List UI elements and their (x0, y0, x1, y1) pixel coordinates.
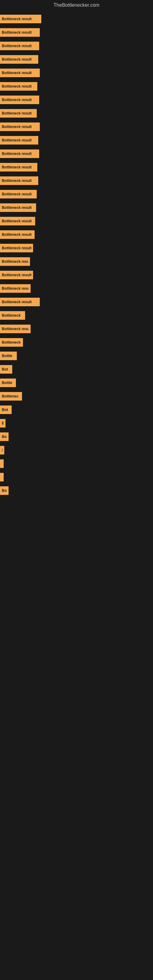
bars-container: Bottleneck resultBottleneck resultBottle… (0, 10, 153, 502)
bar-row: Bottleneck result (0, 148, 153, 159)
bar-label: Bot (2, 407, 8, 412)
bar-row: Bottleneck result (0, 94, 153, 105)
bottleneck-bar: Bottleneck (0, 311, 25, 320)
bar-row: Bottleneck result (0, 162, 153, 173)
bar-label: Bottleneck (2, 313, 21, 318)
bottleneck-bar: Bottleneck result (0, 271, 33, 279)
bottleneck-bar: Bot (0, 365, 12, 374)
bottleneck-bar: I (0, 460, 4, 468)
bar-row: Bottleneck result (0, 296, 153, 307)
bar-row: Bottleneck result (0, 283, 153, 294)
bar-label: Bo (2, 434, 7, 439)
bar-label: Bottleneck result (2, 84, 32, 89)
bottleneck-bar (0, 473, 4, 481)
bottleneck-bar: Bottle (0, 379, 16, 387)
bar-row: B (0, 418, 153, 429)
bar-label: Bottleneck result (2, 192, 32, 196)
bar-label: Bottleneck result (2, 178, 32, 183)
bar-label: Bo (2, 488, 7, 493)
bar-label: Bottleneck result (2, 138, 32, 142)
bottleneck-bar: Bottleneck result (0, 217, 35, 225)
bottleneck-bar: Bottlenec (0, 392, 22, 401)
bottleneck-bar: Bottleneck result (0, 163, 37, 172)
bar-row: Bottleneck result (0, 67, 153, 78)
bar-row: Bottleneck result (0, 13, 153, 24)
bottleneck-bar: B (0, 419, 5, 428)
bar-row: Bottleneck result (0, 54, 153, 65)
bar-label: Bottleneck result (2, 286, 29, 291)
bottleneck-bar: B (0, 446, 4, 455)
site-title: TheBottlenecker.com (0, 0, 153, 10)
bottleneck-bar: Bottleneck result (0, 177, 38, 185)
bottleneck-bar: Bottleneck (0, 338, 23, 347)
bottleneck-bar: Bottleneck result (0, 150, 39, 158)
bar-label: Bot (2, 367, 8, 371)
bottleneck-bar: Bottleneck result (0, 230, 35, 239)
bar-label: B (2, 421, 4, 425)
bar-label: Bottleneck result (2, 165, 32, 169)
bottleneck-bar: Bottleneck result (0, 284, 30, 293)
bar-row: Bottleneck result (0, 323, 153, 334)
bar-row: Bottleneck result (0, 229, 153, 240)
bar-label: Bottleneck result (2, 125, 32, 129)
bar-row: Bottleneck result (0, 269, 153, 280)
bar-label: Bottle (2, 381, 12, 385)
bar-row: Bottleneck result (0, 27, 153, 38)
bar-row: Bottleneck result (0, 216, 153, 227)
bar-row: Bo (0, 485, 153, 496)
bar-row: Bottleneck (0, 337, 153, 348)
bar-label: B (2, 448, 2, 452)
bar-row (0, 472, 153, 483)
bottleneck-bar: Bo (0, 433, 9, 441)
bar-row: Bo (0, 431, 153, 442)
bar-label: Bottleneck result (2, 232, 32, 237)
bar-label: Bottleneck result (2, 17, 32, 21)
bar-label: Bottleneck result (2, 44, 32, 48)
bottleneck-bar: Bottleneck result (0, 257, 30, 266)
bar-row: Bottleneck result (0, 40, 153, 51)
bar-row: B (0, 445, 153, 456)
bar-label: Bottleneck result (2, 219, 32, 223)
bar-row: Bottleneck result (0, 175, 153, 186)
bar-label: Bottlenec (2, 394, 19, 398)
bottleneck-bar: Bottleneck result (0, 325, 30, 333)
bar-row: Bottleneck result (0, 256, 153, 267)
bar-label: Bottleneck result (2, 71, 32, 75)
bottleneck-bar: Bottleneck result (0, 82, 37, 91)
bottleneck-bar: Bottleneck result (0, 68, 40, 77)
bottleneck-bar: Bottleneck result (0, 109, 37, 118)
bottleneck-bar: Bo (0, 486, 9, 495)
bottleneck-bar: Bottleneck result (0, 244, 33, 252)
bottleneck-bar: Bottleneck result (0, 204, 36, 212)
bar-row: Bot (0, 404, 153, 415)
bottleneck-bar: Bottleneck result (0, 136, 38, 145)
bottleneck-bar: Bottleneck result (0, 95, 39, 104)
bottleneck-bar: Bottleneck result (0, 298, 40, 306)
bottleneck-bar: Bottleneck result (0, 41, 39, 50)
bottleneck-bar: Bottleneck result (0, 28, 40, 37)
bar-label: Bottleneck result (2, 259, 28, 264)
bar-row: Bottleneck result (0, 243, 153, 254)
bottleneck-bar: Bottleneck result (0, 55, 38, 64)
bar-row: Bottleneck result (0, 135, 153, 146)
bottleneck-bar: Bottleneck result (0, 15, 41, 23)
bar-label: Bottleneck result (2, 151, 32, 156)
bar-label: Bottleneck result (2, 111, 32, 115)
bar-row: Bottle (0, 377, 153, 388)
bar-row: Bottleneck result (0, 108, 153, 119)
bar-row: Bottleneck (0, 310, 153, 321)
bar-row: Bot (0, 364, 153, 375)
bar-label: Bottleneck (2, 340, 21, 345)
bar-row: Bottlenec (0, 391, 153, 402)
bar-row: Bottleneck result (0, 121, 153, 132)
bar-label: Bottleneck result (2, 300, 32, 304)
bottleneck-bar: Bottleneck result (0, 123, 40, 131)
bar-row: I (0, 458, 153, 469)
bar-row: Bottleneck result (0, 81, 153, 92)
bar-label: Bottleneck result (2, 98, 32, 102)
bar-row: Bottleneck result (0, 189, 153, 200)
bar-label: Bottleneck result (2, 205, 32, 210)
bar-row: Bottle (0, 350, 153, 361)
bar-label: Bottleneck result (2, 246, 31, 250)
bar-label: Bottleneck result (2, 57, 32, 62)
